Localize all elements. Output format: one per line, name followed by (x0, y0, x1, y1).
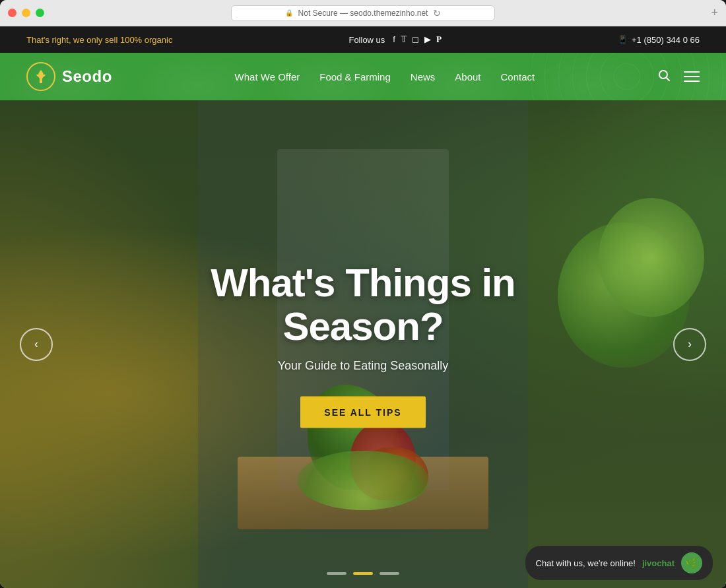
nav-actions (657, 69, 700, 85)
hamburger-line-1 (684, 71, 700, 73)
refresh-icon: ↻ (433, 8, 441, 18)
logo-icon (33, 69, 49, 84)
search-icon[interactable] (657, 69, 671, 85)
hamburger-line-3 (684, 81, 700, 82)
carousel-dots (327, 572, 399, 575)
carousel-dot-3[interactable] (380, 572, 399, 575)
window-controls (8, 9, 44, 17)
nav-item-contact[interactable]: Contact (501, 71, 535, 82)
youtube-icon[interactable]: ▶ (424, 34, 431, 45)
nav-item-food-farming[interactable]: Food & Farming (319, 71, 391, 82)
announcement-text: That's right, we only sell 100% organic (26, 35, 172, 45)
hero-section: What's Things in Season? Your Guide to E… (0, 100, 726, 588)
new-tab-button[interactable]: + (711, 6, 718, 20)
url-text: Not Secure — seodo.themezinho.net (298, 9, 428, 18)
carousel-prev-button[interactable]: ‹ (20, 328, 53, 361)
carousel-dot-1[interactable] (327, 572, 346, 575)
hero-title: What's Things in Season? (132, 261, 594, 348)
phone-icon: 📱 (618, 35, 628, 44)
brand[interactable]: Seodo (26, 62, 112, 91)
instagram-icon[interactable]: ◻ (412, 34, 419, 45)
maximize-button[interactable] (36, 9, 44, 17)
browser-window: 🔒 Not Secure — seodo.themezinho.net ↻ + … (0, 0, 726, 588)
browser-content: That's right, we only sell 100% organic … (0, 26, 726, 588)
jivochat-text: Chat with us, we're online! (536, 558, 636, 568)
nav-item-about[interactable]: About (455, 71, 480, 82)
phone-section: 📱 +1 (850) 344 0 66 (618, 35, 700, 45)
nav-item-what-we-offer[interactable]: What We Offer (235, 71, 300, 82)
nav-menu: What We Offer Food & Farming News About … (235, 71, 535, 82)
brand-name: Seodo (62, 67, 112, 86)
social-section: Follow us f 𝕋 ◻ ▶ 𝐏 (348, 34, 442, 45)
hero-subtitle: Your Guide to Eating Seasonally (132, 358, 594, 372)
lock-icon: 🔒 (285, 9, 293, 16)
hero-content: What's Things in Season? Your Guide to E… (132, 261, 594, 428)
twitter-icon[interactable]: 𝕋 (401, 34, 407, 45)
svg-line-1 (667, 77, 670, 81)
logo (26, 62, 55, 91)
social-icons-group: f 𝕋 ◻ ▶ 𝐏 (393, 34, 442, 45)
nav-item-news[interactable]: News (411, 71, 436, 82)
carousel-next-button[interactable]: › (673, 328, 706, 361)
hamburger-menu-icon[interactable] (684, 71, 700, 82)
address-bar[interactable]: 🔒 Not Secure — seodo.themezinho.net ↻ (231, 5, 495, 21)
announcement-bar: That's right, we only sell 100% organic … (0, 26, 726, 53)
phone-number: +1 (850) 344 0 66 (632, 35, 700, 45)
facebook-icon[interactable]: f (393, 34, 395, 45)
hamburger-line-2 (684, 76, 700, 77)
jivochat-brand: jivochat (642, 558, 675, 568)
minimize-button[interactable] (22, 9, 30, 17)
carousel-dot-2[interactable] (353, 572, 373, 575)
pinterest-icon[interactable]: 𝐏 (436, 34, 442, 45)
follow-label: Follow us (348, 35, 385, 45)
navbar: Seodo What We Offer Food & Farming News … (0, 53, 726, 100)
jivochat-widget[interactable]: Chat with us, we're online! jivochat 🌿 (525, 546, 713, 580)
jivochat-avatar-icon: 🌿 (685, 557, 698, 570)
title-bar: 🔒 Not Secure — seodo.themezinho.net ↻ + (0, 0, 726, 26)
jivochat-avatar: 🌿 (681, 552, 702, 573)
hero-cta-button[interactable]: SEE ALL TIPS (300, 396, 425, 428)
close-button[interactable] (8, 9, 16, 17)
